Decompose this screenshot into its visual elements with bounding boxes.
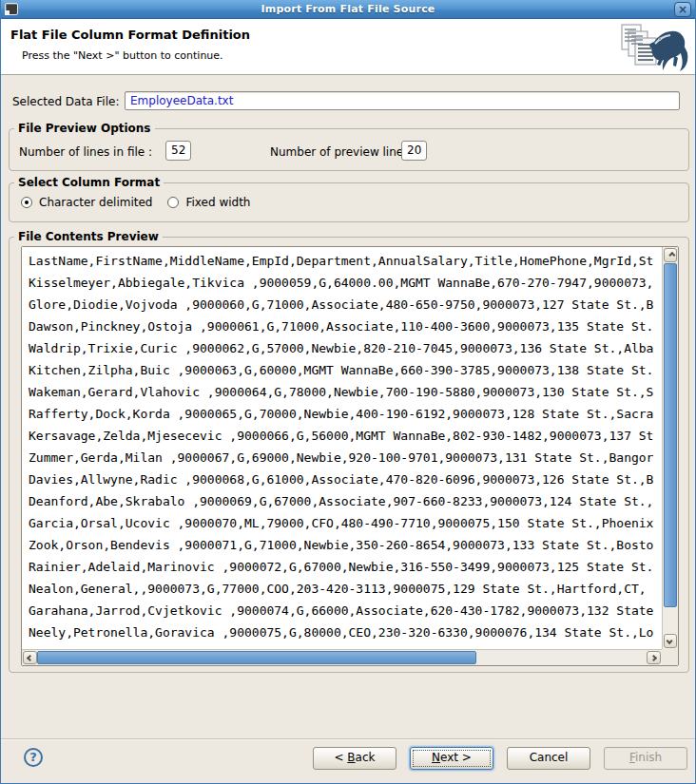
wizard-header: Flat File Column Format Definition Press… <box>1 19 695 75</box>
file-preview-options-title: File Preview Options <box>14 122 155 135</box>
scroll-down-icon[interactable] <box>664 634 677 648</box>
preview-line: Waldrip,Trixie,Curic ,9000062,G,57000,Ne… <box>29 337 662 359</box>
selected-data-file-label: Selected Data File: <box>12 95 119 108</box>
character-delimited-radio[interactable] <box>21 197 32 208</box>
preview-line: Davies,Allwyne,Radic ,9000068,G,61000,As… <box>29 468 662 490</box>
preview-line: Rafferty,Dock,Korda ,9000065,G,70000,New… <box>29 403 662 425</box>
preview-lines-label: Number of preview lines <box>270 145 409 159</box>
scroll-up-icon[interactable] <box>664 248 677 262</box>
fixed-width-label: Fixed width <box>185 196 250 209</box>
file-contents-preview-group: File Contents Preview LastName,FirstName… <box>9 237 689 673</box>
preview-line: Neely,Petronella,Goravica ,9000075,G,800… <box>29 621 662 643</box>
preview-line: Kersavage,Zelda,Mjesecevic ,9000066,G,56… <box>29 425 662 447</box>
cancel-button[interactable]: Cancel <box>507 747 590 770</box>
lines-in-file-field[interactable]: 52 <box>165 141 191 161</box>
wizard-button-row: < Back Next > Cancel Finish <box>313 747 687 770</box>
preview-line: Rainier,Adelaid,Marinovic ,9000072,G,670… <box>29 556 662 578</box>
preview-lines-field[interactable]: 20 <box>401 141 427 161</box>
horizontal-scrollbar[interactable] <box>22 649 662 665</box>
preview-line: Zook,Orson,Bendevis ,9000071,G,71000,New… <box>29 534 662 556</box>
file-contents-preview-title: File Contents Preview <box>14 230 163 243</box>
lines-in-file-label: Number of lines in file : <box>19 145 152 159</box>
scroll-left-icon[interactable] <box>23 651 37 664</box>
file-contents-preview-box: LastName,FirstName,MiddleName,EmpId,Depa… <box>21 246 679 666</box>
vertical-scrollbar[interactable] <box>662 247 678 649</box>
preview-line: Deanford,Abe,Skrabalo ,9000069,G,67000,A… <box>29 490 662 512</box>
close-icon[interactable]: × <box>674 2 691 17</box>
documents-and-lizard-icon <box>619 23 689 72</box>
scrollbar-corner <box>662 649 678 665</box>
finish-button: Finish <box>604 747 687 770</box>
vertical-scrollbar-thumb[interactable] <box>664 263 677 607</box>
import-flat-file-dialog: Import From Flat File Source × Flat File… <box>0 0 696 784</box>
preview-line: Nealon,General,,9000073,G,77000,COO,203-… <box>29 578 662 600</box>
selected-data-file-input[interactable]: EmployeeData.txt <box>125 91 680 110</box>
page-subtitle: Press the "Next >" button to continue. <box>22 49 223 62</box>
preview-line: Dawson,Pinckney,Ostoja ,9000061,G,71000,… <box>29 316 662 337</box>
help-button[interactable]: ? <box>24 748 43 767</box>
character-delimited-label: Character delimited <box>39 196 152 209</box>
file-contents-text-area[interactable]: LastName,FirstName,MiddleName,EmpId,Depa… <box>22 247 662 649</box>
preview-line: Garcia,Orsal,Ucovic ,9000070,ML,79000,CF… <box>29 512 662 534</box>
footer-separator <box>1 738 695 740</box>
preview-line: Glore,Diodie,Vojvoda ,9000060,G,71000,As… <box>29 294 662 316</box>
next-button[interactable]: Next > <box>410 747 493 770</box>
preview-line: Kisselmeyer,Abbiegale,Tikvica ,9000059,G… <box>29 272 662 294</box>
back-button[interactable]: < Back <box>313 747 396 770</box>
title-bar: Import From Flat File Source × <box>1 0 695 19</box>
preview-line: Kitchen,Zilpha,Buic ,9000063,G,60000,MGM… <box>29 359 662 381</box>
horizontal-scrollbar-thumb[interactable] <box>37 651 476 664</box>
preview-line: Zummer,Gerda,Milan ,9000067,G,69000,Newb… <box>29 447 662 468</box>
select-column-format-group: Select Column Format Character delimited… <box>9 182 689 222</box>
column-format-radio-row: Character delimited Fixed width <box>21 196 265 209</box>
fixed-width-radio[interactable] <box>167 197 179 208</box>
preview-line: Garahana,Jarrod,Cvjetkovic ,9000074,G,66… <box>29 600 662 621</box>
preview-line: LastName,FirstName,MiddleName,EmpId,Depa… <box>29 250 662 272</box>
select-column-format-title: Select Column Format <box>14 176 164 189</box>
scroll-right-icon[interactable] <box>647 651 661 664</box>
page-title: Flat File Column Format Definition <box>10 28 250 42</box>
file-preview-options-group: File Preview Options Number of lines in … <box>9 128 689 171</box>
preview-line: Wakeman,Gerard,Vlahovic ,9000064,G,78000… <box>29 381 662 403</box>
window-title: Import From Flat File Source <box>1 3 695 15</box>
